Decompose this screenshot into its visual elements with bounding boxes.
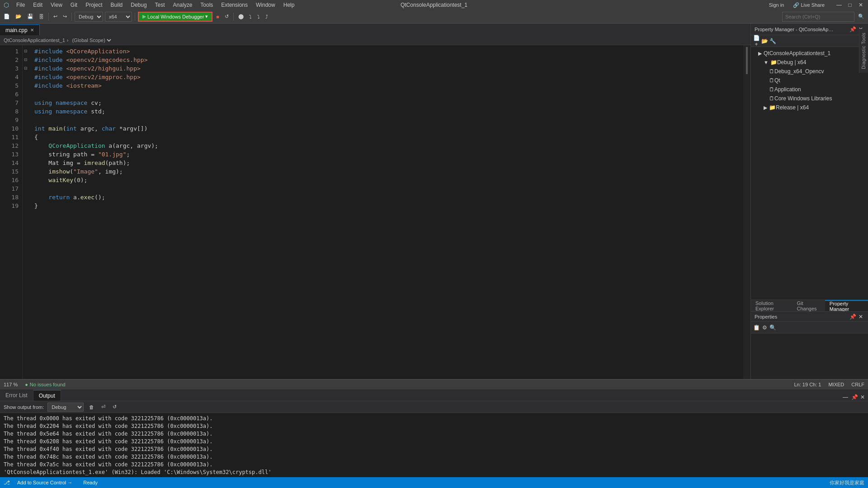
tree-item-debug-x64[interactable]: ▼ 📁 Debug | x64 — [751, 58, 868, 67]
minimize-btn[interactable]: — — [835, 1, 843, 9]
code-editor[interactable]: #include <QCoreApplication> #include <op… — [29, 45, 743, 379]
output-content: The thread 0x0000 has exited with code 3… — [0, 413, 868, 477]
output-line: The thread 0x748c has exited with code 3… — [4, 453, 864, 461]
properties-pin-btn[interactable]: 📌 — [849, 313, 856, 320]
menu-file[interactable]: File — [13, 1, 28, 9]
line-num: 1 — [4, 47, 19, 56]
output-line: The thread 0x6208 has exited with code 3… — [4, 438, 864, 446]
menu-view[interactable]: View — [47, 1, 66, 9]
save-btn[interactable]: 💾 — [25, 12, 35, 22]
close-btn[interactable]: ✕ — [857, 1, 864, 9]
line-num: 8 — [4, 107, 19, 116]
open-btn[interactable]: 📂 — [14, 12, 24, 22]
menu-tools[interactable]: Tools — [197, 1, 217, 9]
line-num: 7 — [4, 99, 19, 107]
menu-analyze[interactable]: Analyze — [170, 1, 196, 9]
search-input[interactable] — [782, 12, 854, 22]
menu-help[interactable]: Help — [280, 1, 298, 9]
diagnostic-tools-label[interactable]: Diagnostic Tools — [861, 33, 866, 69]
breakpoints-btn[interactable]: ⬤ — [236, 12, 245, 22]
editor-status-bar: 117 % ● No issues found Ln: 19 Ch: 1 MIX… — [0, 379, 868, 389]
properties-close-btn[interactable]: ✕ — [857, 313, 864, 320]
pm-add-property-btn[interactable]: 📄+ — [753, 38, 760, 45]
property-manager-tab[interactable]: Property Manager — [825, 300, 868, 312]
step-over-btn[interactable]: ⤵ — [247, 12, 254, 22]
search-icon-btn[interactable]: 🔍 — [856, 12, 866, 22]
stop-debug-btn[interactable]: ■ — [214, 12, 221, 22]
bottom-panel-close-btn[interactable]: ✕ — [859, 394, 866, 401]
editor-minimap-scrollbar[interactable] — [743, 45, 750, 379]
git-changes-tab[interactable]: Git Changes — [793, 300, 825, 312]
debug-config-select[interactable]: Debug — [75, 12, 103, 22]
redo-btn[interactable]: ↪ — [61, 12, 69, 22]
step-out-btn[interactable]: ⤴ — [264, 12, 270, 22]
source-control-btn[interactable]: Add to Source Control → — [17, 480, 72, 485]
tree-item-application[interactable]: 🗒 Application — [751, 85, 868, 94]
properties-toolbar: 📋 ⚙ 🔍 — [751, 322, 868, 333]
live-share-btn[interactable]: 🔗 Live Share — [793, 2, 825, 8]
tree-label: Debug_x64_Opencv — [774, 68, 824, 75]
menu-extensions[interactable]: Extensions — [217, 1, 251, 9]
output-refresh-btn[interactable]: ↺ — [111, 402, 118, 412]
fold-7[interactable]: ⊟ — [23, 56, 29, 64]
local-windows-debugger-btn[interactable]: ▶ Local Windows Debugger ▾ — [138, 12, 212, 22]
editor-tab-main-cpp[interactable]: main.cpp ✕ — [0, 24, 40, 35]
save-all-btn[interactable]: 🗄 — [37, 12, 46, 22]
dropdown-arrow-icon: ▾ — [205, 14, 208, 19]
zoom-percentage[interactable]: 117 % — [4, 382, 18, 387]
output-source-select[interactable]: Debug — [47, 403, 84, 412]
tree-item-qt[interactable]: 🗒 Qt — [751, 76, 868, 85]
toolbar-separator-2 — [71, 13, 72, 21]
solution-explorer-tab[interactable]: Solution Explorer — [751, 300, 793, 312]
menu-project[interactable]: Project — [82, 1, 106, 9]
menu-test[interactable]: Test — [151, 1, 169, 9]
bottom-panel: Error List Output — 📌 ✕ Show output from… — [0, 389, 868, 477]
collapsed-side-panels: Diagnostic Tools — [859, 29, 868, 73]
properties-section: Properties 📌 ✕ 📋 ⚙ 🔍 — [751, 311, 868, 379]
editor-breadcrumb: QtConsoleApplicationtest_1 › (Global Sco… — [0, 35, 750, 45]
line-numbers: 1 2 3 4 5 6 7 8 9 10 11 12 13 14 15 16 1… — [0, 45, 23, 379]
tab-close-btn[interactable]: ✕ — [30, 28, 34, 33]
output-wrap-btn[interactable]: ⏎ — [99, 402, 107, 412]
tree-item-core-windows[interactable]: 🗒 Core Windows Libraries — [751, 94, 868, 103]
tree-item-project[interactable]: ▶ QtConsoleApplicationtest_1 — [751, 49, 868, 58]
output-clear-btn[interactable]: 🗑 — [87, 402, 96, 412]
platform-select[interactable]: x64 — [105, 12, 132, 22]
new-project-btn[interactable]: 📄 — [2, 12, 12, 22]
tree-item-debug-opencv[interactable]: 🗒 Debug_x64_Opencv — [751, 67, 868, 76]
menu-build[interactable]: Build — [107, 1, 127, 9]
error-list-tab[interactable]: Error List — [0, 390, 33, 401]
tree-label: 📁 — [770, 59, 777, 66]
fold-1[interactable]: ⊟ — [23, 47, 29, 56]
prop-toolbar-btn3[interactable]: 🔍 — [769, 324, 776, 331]
folder-open-icon: ▼ — [764, 60, 769, 65]
checkmark-icon: ● — [25, 382, 28, 387]
tree-item-release-x64[interactable]: ▶ 📁 Release | x64 — [751, 103, 868, 112]
breadcrumb-project[interactable]: QtConsoleApplicationtest_1 — [4, 38, 65, 43]
menu-debug[interactable]: Debug — [127, 1, 150, 9]
restart-btn[interactable]: ↺ — [223, 12, 231, 22]
bottom-panel-tabs: Error List Output — 📌 ✕ — [0, 389, 868, 401]
maximize-btn[interactable]: □ — [846, 1, 854, 9]
scope-selector[interactable]: (Global Scope) — [70, 37, 113, 43]
eol-indicator[interactable]: CRLF — [851, 382, 864, 387]
pm-remove-btn[interactable]: 🔧 — [769, 38, 776, 45]
prop-toolbar-btn2[interactable]: ⚙ — [761, 324, 768, 331]
menu-window[interactable]: Window — [252, 1, 279, 9]
menu-git[interactable]: Git — [67, 1, 81, 9]
bottom-panel-pin-btn[interactable]: 📌 — [851, 394, 858, 401]
issues-indicator[interactable]: ● No issues found — [25, 382, 66, 387]
line-num: 3 — [4, 64, 19, 73]
step-into-btn[interactable]: ⤵ — [255, 12, 262, 22]
fold-10[interactable]: ⊟ — [23, 64, 29, 73]
encoding-indicator[interactable]: MIXED — [828, 382, 844, 387]
property-manager-pin-btn[interactable]: 📌 — [849, 26, 856, 33]
menu-edit[interactable]: Edit — [29, 1, 46, 9]
undo-btn[interactable]: ↩ — [52, 12, 59, 22]
bottom-panel-minimize-btn[interactable]: — — [842, 394, 849, 401]
status-right: 你家好我是家庭 — [830, 479, 864, 486]
sign-in-btn[interactable]: Sign in — [769, 2, 784, 8]
pm-add-existing-btn[interactable]: 📂 — [761, 38, 768, 45]
output-tab[interactable]: Output — [33, 390, 61, 401]
prop-toolbar-btn1[interactable]: 📋 — [753, 324, 760, 331]
